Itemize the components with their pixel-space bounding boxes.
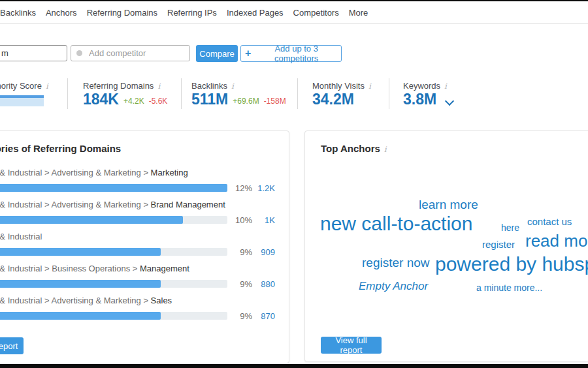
category-row-label: Business & Industrial > Advertising & Ma…	[0, 168, 188, 177]
tab-competitors[interactable]: Competitors	[293, 8, 339, 18]
info-icon[interactable]: i	[368, 82, 371, 91]
tab-anchors[interactable]: Anchors	[46, 8, 77, 18]
anchor-word[interactable]: here	[501, 223, 519, 232]
main-domain-input[interactable]	[0, 45, 67, 61]
category-percent: 9%	[223, 279, 252, 289]
competitor-input-wrap	[71, 45, 190, 61]
add-competitors-label: Add up to 3 competitors	[255, 44, 337, 63]
category-bar	[0, 184, 227, 192]
referring-domains-metric: 184K +4.2K -5.6K	[83, 91, 167, 108]
category-bar-fill	[0, 248, 161, 256]
category-bar-fill	[0, 280, 161, 288]
keywords-metric[interactable]: 3.8M	[403, 91, 454, 108]
monthly-visits-metric: 34.2M	[312, 91, 354, 108]
report-tabs-nav: Backlinks Anchors Referring Domains Refe…	[0, 1, 588, 24]
anchor-word[interactable]: contact us	[527, 217, 572, 226]
category-count-link[interactable]: 870	[252, 311, 275, 321]
backlinks-gain: +69.6M	[233, 97, 259, 108]
category-percent: 9%	[223, 247, 252, 257]
monthly-visits-label: Monthly Visitsi	[312, 81, 371, 91]
chevron-down-icon[interactable]	[445, 97, 454, 106]
category-count-link[interactable]: 1K	[252, 215, 275, 225]
category-bar-fill	[0, 312, 161, 320]
backlink-analytics-screen: Backlinks Anchors Referring Domains Refe…	[0, 0, 588, 368]
category-bar-fill	[0, 216, 183, 224]
backlinks-loss: -158M	[264, 97, 286, 108]
top-anchors-title: Top Anchorsi	[321, 143, 387, 154]
info-icon[interactable]: i	[231, 82, 234, 91]
backlinks-value: 511M	[191, 91, 228, 108]
anchor-word[interactable]: a minute more...	[476, 283, 542, 292]
category-row-label: Business & Industrial > Advertising & Ma…	[0, 200, 225, 209]
category-bar	[0, 248, 227, 256]
category-bar-fill	[0, 184, 227, 192]
metric-divider	[297, 78, 298, 109]
top-anchors-card: Top Anchorsi learn more new call-to-acti…	[304, 130, 588, 362]
tab-referring-ips[interactable]: Referring IPs	[167, 8, 217, 18]
category-percent: 10%	[223, 215, 252, 225]
plus-icon: +	[245, 48, 251, 59]
anchor-word[interactable]: Empty Anchor	[359, 281, 428, 292]
anchor-word[interactable]: read more	[525, 232, 588, 249]
anchor-word[interactable]: powered by hubspot	[435, 254, 588, 274]
info-icon[interactable]: i	[157, 82, 160, 91]
backlinks-label: Backlinksi	[191, 81, 234, 91]
anchor-word[interactable]: new call-to-action	[320, 214, 472, 234]
referring-categories-card: Categories of Referring Domains Business…	[0, 130, 289, 363]
metric-divider	[389, 78, 389, 109]
tab-backlinks[interactable]: Backlinks	[0, 8, 36, 18]
category-count-link[interactable]: 909	[252, 247, 275, 257]
metric-divider	[181, 78, 182, 109]
anchor-word[interactable]: learn more	[419, 198, 478, 211]
category-percent: 12%	[223, 183, 252, 193]
monthly-visits-value: 34.2M	[312, 91, 354, 108]
info-icon[interactable]: i	[384, 145, 387, 154]
referring-domains-label: Referring Domainsi	[83, 81, 160, 91]
add-competitors-button[interactable]: + Add up to 3 competitors	[240, 45, 342, 62]
tab-referring-domains[interactable]: Referring Domains	[87, 8, 157, 18]
category-bar	[0, 312, 227, 320]
info-icon[interactable]: i	[444, 82, 447, 91]
category-count-link[interactable]: 1.2K	[252, 183, 275, 193]
category-percent: 9%	[223, 311, 252, 321]
authority-score-bar	[0, 95, 44, 106]
tab-more[interactable]: More	[349, 8, 368, 18]
view-full-report-button[interactable]: View full report	[0, 337, 24, 354]
referring-domains-gain: +4.2K	[123, 97, 144, 108]
category-row-label: Business & Industrial > Business Operati…	[0, 264, 189, 273]
category-count-link[interactable]: 880	[252, 279, 275, 289]
category-row-label: Business & Industrial > Advertising & Ma…	[0, 296, 172, 305]
category-bar	[0, 280, 227, 288]
referring-domains-value: 184K	[83, 91, 119, 108]
info-icon[interactable]: i	[46, 82, 48, 91]
compare-button[interactable]: Compare	[196, 45, 238, 62]
backlinks-metric: 511M +69.6M -158M	[191, 91, 286, 108]
tab-indexed-pages[interactable]: Indexed Pages	[227, 8, 284, 18]
keywords-label: Keywordsi	[403, 81, 447, 91]
category-row-label: Business & Industrial	[0, 232, 42, 241]
metric-divider	[67, 78, 68, 109]
referring-domains-loss: -5.6K	[149, 97, 168, 108]
referring-categories-title: Categories of Referring Domains	[0, 143, 121, 154]
anchor-word[interactable]: register now	[362, 256, 430, 269]
anchor-word[interactable]: register	[482, 239, 515, 249]
view-full-report-button[interactable]: View full report	[321, 337, 382, 354]
authority-score-label: Authority Scorei	[0, 81, 48, 91]
keywords-value: 3.8M	[403, 91, 436, 108]
category-bar	[0, 216, 227, 224]
add-competitor-input[interactable]	[71, 45, 190, 61]
window-bottom-edge	[0, 364, 588, 368]
